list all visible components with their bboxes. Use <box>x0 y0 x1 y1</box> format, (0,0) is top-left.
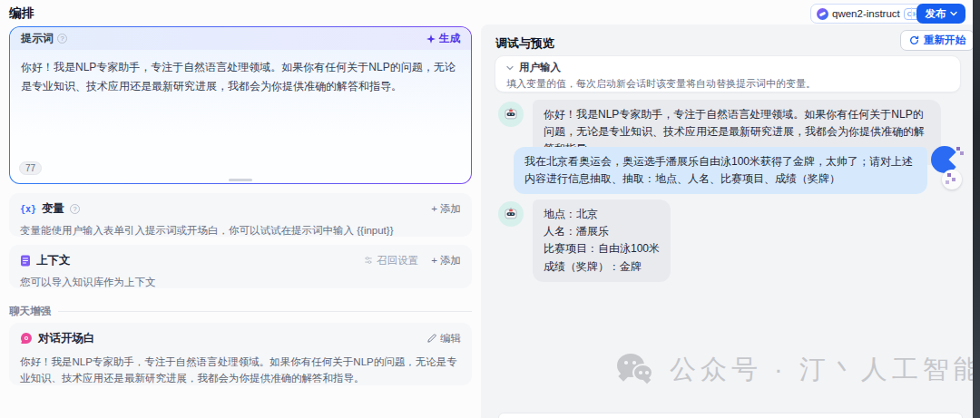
extraction-line: 成绩（奖牌）：金牌 <box>544 258 660 276</box>
qwen-model-icon <box>817 8 828 20</box>
variable-icon: {x} <box>20 204 36 214</box>
context-description: 您可以导入知识库作为上下文 <box>20 275 461 289</box>
app-orchestrate-page: 编排 qwen2-instruct CHAT 发布 提示词 ? 生成 <box>0 0 980 418</box>
opener-card: 对话开场白 编辑 你好！我是NLP专家助手，专注于自然语言处理领域。如果你有任何… <box>9 323 472 385</box>
robot-icon <box>503 106 519 122</box>
resize-handle[interactable] <box>229 179 252 181</box>
prompt-title: 提示词 <box>21 31 54 46</box>
bot-avatar <box>498 201 524 227</box>
prompt-card-inner: 提示词 ? 生成 你好！我是NLP专家助手，专注于自然语言处理领域。如果你有任何… <box>10 27 471 183</box>
add-context-button[interactable]: + 添加 <box>431 254 461 267</box>
tune-icon <box>364 256 373 265</box>
chevron-down-icon <box>950 11 957 16</box>
generate-label: 生成 <box>439 32 460 45</box>
generate-button[interactable]: 生成 <box>426 32 460 45</box>
bot-avatar <box>498 102 524 127</box>
context-title: 上下文 <box>36 253 71 268</box>
restart-label: 重新开始 <box>924 34 965 47</box>
refresh-icon <box>909 35 919 45</box>
add-context-label: 添加 <box>440 254 461 267</box>
restart-button[interactable]: 重新开始 <box>900 30 975 51</box>
robot-icon <box>503 206 519 222</box>
header-separator <box>911 7 912 19</box>
user-input-title: 用户输入 <box>519 61 561 74</box>
user-avatar <box>931 146 971 193</box>
recall-settings-label: 召回设置 <box>377 254 418 267</box>
bot-message: 地点：北京 人名：潘展乐 比赛项目：自由泳100米 成绩（奖牌）：金牌 <box>533 199 671 282</box>
plus-icon: + <box>431 203 437 214</box>
info-icon: ? <box>70 204 80 214</box>
page-title: 编排 <box>9 5 34 22</box>
variables-card: {x} 变量 ? + 添加 变量能使用户输入表单引入提示词或开场白，你可以试试在… <box>9 193 472 237</box>
publish-button[interactable]: 发布 <box>916 4 965 24</box>
context-card: 上下文 召回设置 + 添加 您可以导入知识库作为上下文 <box>9 245 472 288</box>
opener-text: 你好！我是NLP专家助手，专注于自然语言处理领域。如果你有任何关于NLP的问题，… <box>20 354 461 387</box>
prompt-card-header: 提示词 ? 生成 <box>10 27 471 50</box>
recall-settings-button[interactable]: 召回设置 <box>364 254 418 267</box>
variables-description: 变量能使用户输入表单引入提示词或开场白，你可以试试在提示词中输入 {{input… <box>20 223 461 238</box>
user-avatar-secondary <box>942 170 962 190</box>
variables-title: 变量 <box>42 201 64 217</box>
chat-enhance-section: 聊天增强 <box>9 305 472 318</box>
opener-title: 对话开场白 <box>38 331 95 346</box>
prompt-char-count: 77 <box>19 161 42 175</box>
debug-preview-title: 调试与预览 <box>495 35 554 52</box>
info-icon: ? <box>57 34 67 44</box>
sparkle-icon <box>426 34 436 44</box>
publish-label: 发布 <box>926 7 946 21</box>
edit-opener-button[interactable]: 编辑 <box>427 332 461 345</box>
user-message: 我在北京看奥运会，奥运选手潘展乐自由泳100米获得了金牌，太帅了；请对上述内容进… <box>514 147 927 194</box>
chat-input[interactable] <box>498 413 963 418</box>
add-variable-label: 添加 <box>440 202 461 216</box>
prompt-card: 提示词 ? 生成 你好！我是NLP专家助手，专注于自然语言处理领域。如果你有任何… <box>9 26 472 184</box>
extraction-line: 地点：北京 <box>544 206 660 223</box>
user-input-panel[interactable]: 用户输入 填入变量的值，每次启动新会话时该变量将自动替换提示词中的变量。 <box>495 55 961 92</box>
prompt-textarea[interactable]: 你好！我是NLP专家助手，专注于自然语言处理领域。如果你有任何关于NLP的问题，… <box>10 50 471 104</box>
extraction-line: 人名：潘展乐 <box>544 223 660 240</box>
document-icon <box>20 255 31 267</box>
chat-bubble-icon <box>20 332 33 345</box>
edit-opener-label: 编辑 <box>440 332 461 345</box>
edit-icon <box>427 334 436 343</box>
model-name: qwen2-instruct <box>832 8 900 19</box>
chat-enhance-label: 聊天增强 <box>9 305 51 318</box>
add-variable-button[interactable]: + 添加 <box>431 202 461 216</box>
divider <box>58 311 472 312</box>
user-input-description: 填入变量的值，每次启动新会话时该变量将自动替换提示词中的变量。 <box>506 77 949 91</box>
chevron-down-icon[interactable] <box>506 65 514 71</box>
plus-icon: + <box>431 255 437 266</box>
extraction-line: 比赛项目：自由泳100米 <box>544 240 660 258</box>
screen-edge-strip <box>973 0 980 418</box>
